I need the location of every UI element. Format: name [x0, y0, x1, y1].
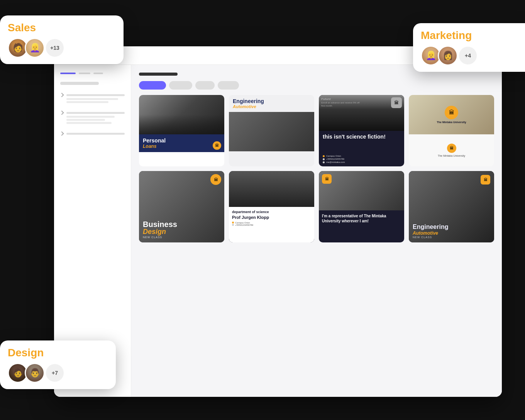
- sidebar-subitem: [66, 101, 108, 103]
- avatar: 👩: [438, 46, 458, 66]
- chevron-icon: [59, 110, 64, 115]
- card-content: 🏛 The Mintaka University: [409, 134, 494, 166]
- new-class-badge: NEW CLASS: [143, 236, 177, 239]
- marketing-float-card: Marketing 👱‍♀️ 👩 +4: [413, 23, 525, 72]
- eng-new-subtitle: Automotive: [413, 230, 490, 236]
- dot-icon: [323, 161, 325, 163]
- filter-active[interactable]: [139, 81, 166, 90]
- mintaka-tagline: The Mintaka University: [438, 154, 465, 157]
- sidebar-item-2[interactable]: [60, 110, 125, 116]
- prof-content: department of science Prof Jurgen Klopp …: [229, 207, 314, 243]
- rep-text: I'm a representative of The Mintaka Univ…: [322, 213, 401, 224]
- design-label: Design: [8, 347, 108, 359]
- card-overlay: 🏛 Business Design NEW CLASS: [139, 171, 224, 242]
- card-title: Personal: [143, 137, 220, 144]
- design-avatars: 🧑 👨 +7: [8, 363, 108, 383]
- prof-name: Prof Jurgen Klopp: [232, 215, 311, 220]
- content-title-bar: [139, 73, 178, 76]
- app-layout: Personal Loans 🏛 Engineering Automotive: [54, 65, 502, 397]
- eng-new-text: Engineering Automotive NEW CLASS: [413, 224, 490, 239]
- mintaka-logo: 🏛: [445, 106, 458, 119]
- sci-small-text: Enroll an advance and receive 5% off fir…: [321, 101, 364, 108]
- filter-row: [139, 81, 494, 90]
- filter-3[interactable]: [218, 81, 239, 90]
- science-card[interactable]: 🏛 Future Enroll an advance and receive 5…: [319, 95, 404, 166]
- chevron-icon: [59, 131, 64, 135]
- mintaka-logo-sm: 🏛: [447, 144, 456, 153]
- prof-phone: +5550123456789: [232, 224, 311, 226]
- business-text: Business Design NEW CLASS: [143, 221, 177, 239]
- sidebar-tab-2[interactable]: [93, 73, 103, 74]
- contact-phone: +5550123455789: [323, 158, 400, 160]
- eng-new-overlay: 🏛 Engineering Automotive NEW CLASS: [409, 171, 494, 242]
- engineering-card[interactable]: Engineering Automotive: [229, 95, 314, 166]
- contact-email: me@mintaka.com: [323, 161, 400, 163]
- sidebar-group-3: [60, 130, 125, 137]
- filter-1[interactable]: [169, 81, 192, 90]
- card-content-top: Engineering Automotive: [229, 95, 314, 112]
- design-float-card: Design 🧑 👨 +7: [0, 340, 116, 389]
- dot-icon: [232, 224, 234, 226]
- dot-icon: [323, 155, 325, 157]
- sidebar-section-header: [60, 82, 99, 85]
- dept-label: department of science: [232, 210, 311, 214]
- sidebar-line: [66, 112, 125, 114]
- rep-logo: 🏛: [322, 174, 332, 184]
- sidebar-subitem: [66, 119, 105, 121]
- sales-label: Sales: [8, 22, 116, 34]
- sidebar-group-1: [60, 92, 125, 104]
- card-title: Engineering: [233, 98, 310, 104]
- card-subtitle: Automotive: [233, 104, 310, 109]
- marketing-label: Marketing: [421, 29, 525, 42]
- marketing-count: +4: [458, 46, 478, 66]
- sales-float-card: Sales 🧑 👱‍♀️ +13: [0, 15, 124, 64]
- mintaka-card[interactable]: 🏛 The Mintaka University 🏛 The Mintaka U…: [409, 95, 494, 166]
- mintaka-name: The Mintaka University: [437, 121, 466, 124]
- prof-card[interactable]: department of science Prof Jurgen Klopp …: [229, 171, 314, 242]
- marketing-avatars: 👱‍♀️ 👩 +4: [421, 46, 525, 66]
- avatar: 👨: [25, 363, 45, 383]
- sidebar-subitem: [66, 98, 118, 100]
- sidebar-tabs: [60, 73, 125, 74]
- prof-image: [229, 171, 314, 207]
- card-subtitle: Loans: [143, 144, 220, 149]
- business-design-card[interactable]: 🏛 Business Design NEW CLASS: [139, 171, 224, 242]
- sidebar-subitem: [66, 122, 112, 124]
- card-image: 🏛 Future Enroll an advance and receive 5…: [319, 95, 404, 131]
- eng-new-class-badge: NEW CLASS: [413, 236, 490, 239]
- card-image: [229, 112, 314, 151]
- sidebar-item-3[interactable]: [60, 130, 125, 137]
- sci-badge: 🏛: [391, 97, 402, 108]
- engineering-new-class-card[interactable]: 🏛 Engineering Automotive NEW CLASS: [409, 171, 494, 242]
- card-badge-icon: 🏛: [213, 141, 221, 150]
- contact-campus: Campus Orion: [323, 155, 400, 157]
- future-label: Future: [321, 97, 331, 101]
- dot-icon: [232, 222, 234, 224]
- sidebar-subitem: [66, 116, 115, 118]
- contact-info: Campus Orion +5550123455789 me@mintaka.c…: [323, 155, 400, 163]
- business-subtitle: Design: [143, 228, 177, 236]
- content-topbar: [139, 73, 494, 76]
- dot-icon: [323, 158, 325, 160]
- design-count: +7: [45, 363, 65, 383]
- eng-new-logo: 🏛: [481, 175, 490, 185]
- mintaka-logo-area: 🏛 The Mintaka University: [437, 106, 466, 124]
- sidebar-tab-active[interactable]: [60, 73, 76, 74]
- filter-2[interactable]: [195, 81, 215, 90]
- sales-count: +13: [45, 38, 65, 58]
- personal-loans-card[interactable]: Personal Loans 🏛: [139, 95, 224, 166]
- main-content: Personal Loans 🏛 Engineering Automotive: [131, 65, 502, 397]
- browser-window: 👤: [54, 46, 502, 397]
- card-row-1: Personal Loans 🏛 Engineering Automotive: [139, 95, 494, 166]
- sidebar-tab-1[interactable]: [79, 73, 90, 74]
- card-content: Personal Loans 🏛: [139, 134, 224, 152]
- sidebar-item-1[interactable]: [60, 92, 125, 98]
- card-title: this isn't science fiction!: [323, 134, 400, 140]
- representative-card[interactable]: 🏛 I'm a representative of The Mintaka Un…: [319, 171, 404, 242]
- sidebar-group-2: [60, 110, 125, 125]
- sidebar-line: [66, 133, 125, 135]
- rep-image: [319, 171, 404, 210]
- eng-new-title: Engineering: [413, 224, 490, 230]
- sales-avatars: 🧑 👱‍♀️ +13: [8, 38, 116, 58]
- cards-container: Personal Loans 🏛 Engineering Automotive: [139, 95, 494, 377]
